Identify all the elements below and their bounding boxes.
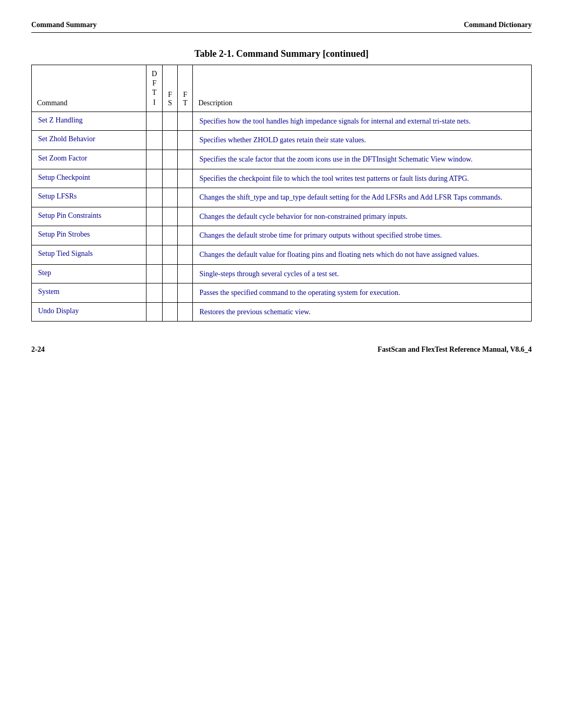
cell-command[interactable]: Set Zhold Behavior bbox=[32, 131, 146, 150]
cell-description: Passes the specified command to the oper… bbox=[193, 283, 532, 303]
command-link[interactable]: System bbox=[38, 288, 59, 295]
page-header: Command Summary Command Dictionary bbox=[31, 21, 532, 33]
description-text: Changes the shift_type and tap_type defa… bbox=[199, 193, 502, 201]
cell-command[interactable]: Setup Pin Constraints bbox=[32, 207, 146, 226]
cell-dfti bbox=[146, 112, 163, 131]
description-text: Specifies the scale factor that the zoom… bbox=[199, 155, 472, 163]
table-row: Setup Pin StrobesChanges the default str… bbox=[32, 226, 532, 245]
command-link[interactable]: Undo Display bbox=[38, 307, 79, 315]
col-header-dfti: DFTI bbox=[146, 65, 163, 112]
col-header-description: Description bbox=[193, 65, 532, 112]
cell-dfti bbox=[146, 131, 163, 150]
cell-description: Changes the shift_type and tap_type defa… bbox=[193, 188, 532, 207]
cell-fs bbox=[163, 188, 178, 207]
table-title: Table 2-1. Command Summary [continued] bbox=[31, 48, 532, 59]
cell-ft bbox=[177, 131, 193, 150]
cell-ft bbox=[177, 302, 193, 322]
cell-fs bbox=[163, 150, 178, 169]
cell-dfti bbox=[146, 245, 163, 264]
description-text: Restores the previous schematic view. bbox=[199, 308, 310, 316]
table-row: Setup Tied SignalsChanges the default va… bbox=[32, 245, 532, 264]
table-row: StepSingle-steps through several cycles … bbox=[32, 264, 532, 283]
cell-command[interactable]: Setup LFSRs bbox=[32, 188, 146, 207]
command-link[interactable]: Setup Pin Constraints bbox=[38, 212, 101, 219]
description-text: Changes the default value for floating p… bbox=[199, 251, 479, 258]
cell-ft bbox=[177, 264, 193, 283]
cell-description: Specifies the scale factor that the zoom… bbox=[193, 150, 532, 169]
command-link[interactable]: Setup LFSRs bbox=[38, 192, 77, 200]
table-row: Set Zoom FactorSpecifies the scale facto… bbox=[32, 150, 532, 169]
col-header-ft: FT bbox=[177, 65, 193, 112]
cell-command[interactable]: Set Z Handling bbox=[32, 112, 146, 131]
col-header-command: Command bbox=[32, 65, 146, 112]
cell-description: Changes the default strobe time for prim… bbox=[193, 226, 532, 245]
cell-dfti bbox=[146, 169, 163, 188]
cell-ft bbox=[177, 188, 193, 207]
command-link[interactable]: Set Zhold Behavior bbox=[38, 135, 95, 143]
header-left: Command Summary bbox=[31, 21, 97, 29]
cell-dfti bbox=[146, 283, 163, 303]
cell-dfti bbox=[146, 226, 163, 245]
cell-ft bbox=[177, 207, 193, 226]
cell-fs bbox=[163, 302, 178, 322]
cell-description: Specifies whether ZHOLD gates retain the… bbox=[193, 131, 532, 150]
cell-fs bbox=[163, 112, 178, 131]
cell-ft bbox=[177, 169, 193, 188]
cell-dfti bbox=[146, 207, 163, 226]
cell-fs bbox=[163, 131, 178, 150]
description-text: Single-steps through several cycles of a… bbox=[199, 270, 338, 278]
cell-command[interactable]: Step bbox=[32, 264, 146, 283]
cell-ft bbox=[177, 112, 193, 131]
page-footer: 2-24 FastScan and FlexTest Reference Man… bbox=[31, 342, 532, 354]
description-text: Specifies the checkpoint file to which t… bbox=[199, 175, 469, 182]
table-row: Set Z HandlingSpecifies how the tool han… bbox=[32, 112, 532, 131]
cell-description: Specifies how the tool handles high impe… bbox=[193, 112, 532, 131]
cell-ft bbox=[177, 150, 193, 169]
cell-dfti bbox=[146, 302, 163, 322]
cell-command[interactable]: Set Zoom Factor bbox=[32, 150, 146, 169]
table-row: SystemPasses the specified command to th… bbox=[32, 283, 532, 303]
command-link[interactable]: Setup Tied Signals bbox=[38, 250, 93, 257]
table-row: Setup LFSRsChanges the shift_type and ta… bbox=[32, 188, 532, 207]
cell-description: Changes the default value for floating p… bbox=[193, 245, 532, 264]
cell-ft bbox=[177, 283, 193, 303]
col-header-fs: FS bbox=[163, 65, 178, 112]
command-link[interactable]: Setup Checkpoint bbox=[38, 174, 90, 181]
table-row: Undo DisplayRestores the previous schema… bbox=[32, 302, 532, 322]
description-text: Changes the default cycle behavior for n… bbox=[199, 213, 407, 220]
cell-ft bbox=[177, 245, 193, 264]
cell-ft bbox=[177, 226, 193, 245]
table-header-row: Command DFTI FS FT Description bbox=[32, 65, 532, 112]
cell-command[interactable]: Setup Checkpoint bbox=[32, 169, 146, 188]
footer-manual-name: FastScan and FlexTest Reference Manual, … bbox=[377, 346, 532, 354]
cell-fs bbox=[163, 169, 178, 188]
footer-page-number: 2-24 bbox=[31, 346, 45, 354]
cell-fs bbox=[163, 207, 178, 226]
description-text: Specifies whether ZHOLD gates retain the… bbox=[199, 136, 366, 144]
command-table: Command DFTI FS FT Description Set Z Han… bbox=[31, 65, 532, 322]
cell-command[interactable]: Undo Display bbox=[32, 302, 146, 322]
command-link[interactable]: Step bbox=[38, 269, 51, 277]
cell-fs bbox=[163, 245, 178, 264]
command-link[interactable]: Set Z Handling bbox=[38, 116, 83, 124]
cell-description: Changes the default cycle behavior for n… bbox=[193, 207, 532, 226]
table-body: Set Z HandlingSpecifies how the tool han… bbox=[32, 112, 532, 322]
header-right: Command Dictionary bbox=[464, 21, 532, 29]
cell-dfti bbox=[146, 264, 163, 283]
table-row: Set Zhold BehaviorSpecifies whether ZHOL… bbox=[32, 131, 532, 150]
cell-description: Single-steps through several cycles of a… bbox=[193, 264, 532, 283]
cell-description: Restores the previous schematic view. bbox=[193, 302, 532, 322]
cell-fs bbox=[163, 283, 178, 303]
table-row: Setup CheckpointSpecifies the checkpoint… bbox=[32, 169, 532, 188]
description-text: Specifies how the tool handles high impe… bbox=[199, 117, 470, 125]
cell-command[interactable]: Setup Tied Signals bbox=[32, 245, 146, 264]
command-link[interactable]: Set Zoom Factor bbox=[38, 154, 87, 162]
description-text: Passes the specified command to the oper… bbox=[199, 289, 400, 297]
cell-fs bbox=[163, 264, 178, 283]
table-row: Setup Pin ConstraintsChanges the default… bbox=[32, 207, 532, 226]
cell-command[interactable]: Setup Pin Strobes bbox=[32, 226, 146, 245]
command-link[interactable]: Setup Pin Strobes bbox=[38, 230, 90, 238]
cell-dfti bbox=[146, 150, 163, 169]
description-text: Changes the default strobe time for prim… bbox=[199, 231, 442, 239]
cell-command[interactable]: System bbox=[32, 283, 146, 303]
